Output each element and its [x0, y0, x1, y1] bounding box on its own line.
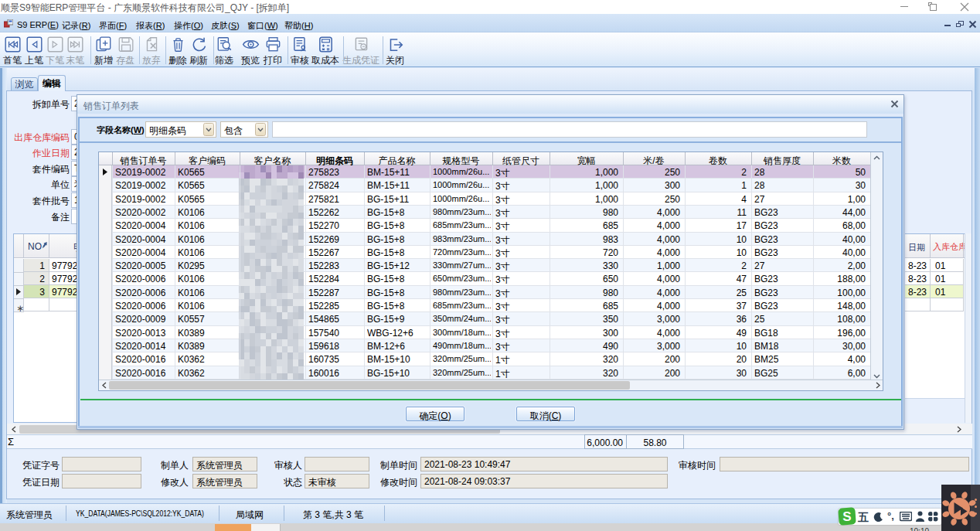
svg-text:S: S — [842, 509, 851, 524]
